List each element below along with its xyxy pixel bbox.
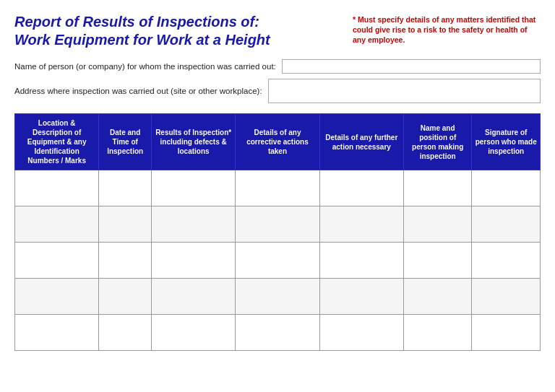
cell-results-1[interactable] (152, 170, 236, 206)
page-title: Report of Results of Inspections of: Wor… (14, 13, 270, 49)
cell-location-1[interactable] (15, 170, 99, 206)
cell-location-2[interactable] (15, 206, 99, 243)
cell-results-5[interactable] (152, 315, 236, 351)
cell-signature-2[interactable] (472, 206, 541, 243)
table-row (15, 206, 541, 243)
col-header-results: Results of Inspection* including defects… (152, 114, 236, 170)
address-label: Address where inspection was carried out… (14, 87, 262, 95)
cell-corrective-3[interactable] (236, 243, 319, 279)
cell-name-3[interactable] (403, 243, 472, 279)
header-section: Report of Results of Inspections of: Wor… (14, 13, 541, 49)
col-header-date: Date and Time of Inspection (99, 114, 152, 170)
cell-corrective-5[interactable] (236, 315, 319, 351)
cell-location-4[interactable] (15, 279, 99, 315)
name-input[interactable] (282, 59, 541, 74)
cell-signature-3[interactable] (472, 243, 541, 279)
table-row (15, 170, 541, 206)
cell-name-1[interactable] (403, 170, 472, 206)
cell-date-4[interactable] (99, 279, 152, 315)
cell-location-3[interactable] (15, 243, 99, 279)
cell-name-5[interactable] (403, 315, 472, 351)
name-label: Name of person (or company) for whom the… (14, 62, 276, 71)
name-row: Name of person (or company) for whom the… (14, 59, 541, 74)
cell-further-3[interactable] (319, 243, 403, 279)
cell-further-1[interactable] (319, 170, 403, 206)
cell-signature-5[interactable] (472, 315, 541, 351)
cell-results-4[interactable] (152, 279, 236, 315)
table-header-row: Location & Description of Equipment & an… (15, 114, 541, 170)
col-header-corrective: Details of any corrective actions taken (236, 114, 319, 170)
cell-date-5[interactable] (99, 315, 152, 351)
col-header-signature: Signature of person who made inspection (472, 114, 541, 170)
address-row: Address where inspection was carried out… (14, 79, 541, 103)
col-header-location: Location & Description of Equipment & an… (15, 114, 99, 170)
cell-location-5[interactable] (15, 315, 99, 351)
cell-name-2[interactable] (403, 206, 472, 243)
cell-results-2[interactable] (152, 206, 236, 243)
table-row (15, 279, 541, 315)
col-header-further: Details of any further action necessary (319, 114, 403, 170)
notice-block: * Must specify details of any matters id… (353, 13, 541, 45)
inspection-table: Location & Description of Equipment & an… (14, 113, 541, 351)
cell-results-3[interactable] (152, 243, 236, 279)
cell-date-2[interactable] (99, 206, 152, 243)
cell-further-5[interactable] (319, 315, 403, 351)
cell-further-4[interactable] (319, 279, 403, 315)
cell-name-4[interactable] (403, 279, 472, 315)
cell-corrective-4[interactable] (236, 279, 319, 315)
cell-date-1[interactable] (99, 170, 152, 206)
table-row (15, 315, 541, 351)
form-fields: Name of person (or company) for whom the… (14, 59, 541, 103)
cell-signature-1[interactable] (472, 170, 541, 206)
title-block: Report of Results of Inspections of: Wor… (14, 13, 270, 49)
col-header-name: Name and position of person making inspe… (403, 114, 472, 170)
table-row (15, 243, 541, 279)
cell-corrective-2[interactable] (236, 206, 319, 243)
cell-corrective-1[interactable] (236, 170, 319, 206)
cell-date-3[interactable] (99, 243, 152, 279)
address-input[interactable] (268, 79, 541, 103)
cell-signature-4[interactable] (472, 279, 541, 315)
cell-further-2[interactable] (319, 206, 403, 243)
